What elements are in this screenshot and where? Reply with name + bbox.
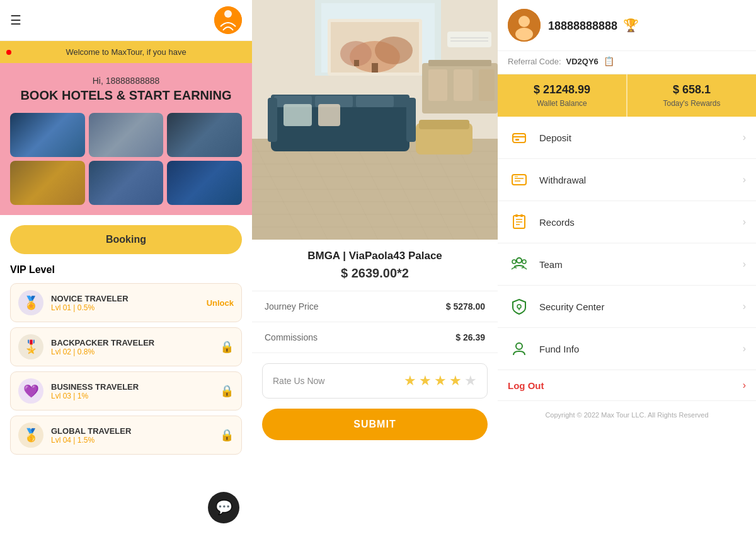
vip-item-novice[interactable]: 🏅 NOVICE TRAVELER Lvl 01 | 0.5% Unlock [10, 283, 242, 322]
hotel-thumb-6[interactable] [167, 161, 242, 205]
balance-row: $ 21248.99 Wallet Balance $ 658.1 Today'… [498, 74, 756, 117]
vip-level-business: Lvl 03 | 1% [51, 392, 220, 400]
hotel-thumb-5[interactable] [89, 161, 164, 205]
svg-point-52 [518, 16, 530, 27]
svg-rect-45 [428, 69, 447, 101]
submit-button[interactable]: SUBMIT [262, 409, 488, 440]
svg-rect-48 [447, 32, 491, 47]
rate-section: Rate Us Now ★ ★ ★ ★ ★ [262, 363, 488, 399]
menu-item-deposit[interactable]: Deposit › [498, 117, 756, 159]
svg-point-53 [515, 28, 533, 40]
avatar [508, 9, 541, 42]
security-icon [508, 295, 530, 318]
hotel-thumb-1[interactable] [10, 113, 85, 157]
hamburger-icon[interactable]: ☰ [10, 13, 21, 28]
star-2[interactable]: ★ [419, 373, 432, 389]
vip-info-global: GLOBAL TRAVELER Lvl 04 | 1.5% [51, 426, 220, 445]
menu-item-records[interactable]: Records › [498, 201, 756, 243]
wallet-balance-amount: $ 21248.99 [508, 83, 616, 96]
team-icon [508, 253, 530, 276]
svg-point-67 [512, 260, 516, 264]
star-3[interactable]: ★ [434, 373, 447, 389]
star-4[interactable]: ★ [449, 373, 462, 389]
panel-right: 18888888888 🏆 Referral Code: VD2QY6 📋 $ … [498, 0, 756, 536]
svg-rect-36 [356, 96, 394, 107]
right-header: 18888888888 🏆 [498, 0, 756, 51]
left-header: ☰ [0, 0, 252, 41]
records-icon [508, 211, 530, 233]
records-label: Records [539, 217, 743, 228]
vip-name-backpacker: BACKPACKER TRAVELER [51, 338, 220, 347]
star-rating[interactable]: ★ ★ ★ ★ ★ [404, 373, 477, 389]
svg-rect-44 [428, 60, 491, 66]
security-label: Security Center [539, 301, 743, 312]
copy-icon[interactable]: 📋 [604, 56, 614, 66]
vip-lock-global: 🔒 [220, 428, 234, 442]
referral-code: VD2QY6 [566, 57, 598, 66]
vip-level-backpacker: Lvl 02 | 0.8% [51, 347, 220, 356]
logout-item[interactable]: Log Out › [498, 370, 756, 400]
username-section: 18888888888 🏆 [548, 18, 639, 33]
menu-item-withdrawal[interactable]: Withdrawal › [498, 159, 756, 201]
vip-item-global[interactable]: 🥇 GLOBAL TRAVELER Lvl 04 | 1.5% 🔒 [10, 416, 242, 455]
booking-button[interactable]: Booking [10, 225, 242, 254]
vip-name-business: BUSINESS TRAVELER [51, 382, 220, 392]
hotel-thumb-4[interactable] [10, 161, 85, 205]
svg-rect-56 [512, 175, 526, 185]
vip-info-backpacker: BACKPACKER TRAVELER Lvl 02 | 0.8% [51, 338, 220, 356]
vip-level-novice: Lvl 01 | 0.5% [51, 303, 207, 312]
journey-price-value: $ 5278.00 [446, 301, 485, 312]
svg-point-69 [517, 305, 521, 308]
journey-price-row: Journey Price $ 5278.00 [252, 291, 498, 322]
chat-icon: 💬 [215, 499, 232, 516]
vip-icon-backpacker: 🎖️ [18, 334, 43, 359]
vip-badge-icon: 🏆 [623, 18, 639, 32]
hotel-grid [10, 113, 242, 205]
svg-rect-39 [284, 104, 312, 126]
svg-rect-55 [515, 139, 519, 141]
svg-rect-42 [419, 120, 469, 129]
fund-icon [508, 337, 530, 360]
hotel-thumb-3[interactable] [167, 113, 242, 157]
menu-item-fund[interactable]: Fund Info › [498, 328, 756, 370]
vip-icon-global: 🥇 [18, 422, 43, 448]
notification-dot [6, 50, 11, 55]
hotel-thumb-2[interactable] [89, 113, 164, 157]
menu-item-security[interactable]: Security Center › [498, 286, 756, 328]
star-5[interactable]: ★ [464, 373, 477, 389]
vip-level-global: Lvl 04 | 1.5% [51, 436, 220, 445]
notification-text: Welcome to MaxTour, if you have [66, 47, 186, 57]
hi-text: Hi, 18888888888 [10, 76, 242, 86]
svg-rect-40 [318, 104, 340, 126]
panel-left: ☰ Welcome to MaxTour, if you have Hi, 18… [0, 0, 252, 536]
vip-lock-business: 🔒 [220, 384, 234, 398]
commissions-row: Commissions $ 26.39 [252, 322, 498, 353]
fund-arrow: › [743, 343, 746, 354]
vip-info-novice: NOVICE TRAVELER Lvl 01 | 0.5% [51, 294, 207, 312]
star-1[interactable]: ★ [404, 373, 416, 389]
commissions-value: $ 26.39 [455, 332, 485, 342]
welcome-section: Hi, 18888888888 BOOK HOTELS & START EARN… [0, 63, 252, 215]
vip-unlock-novice: Unlock [207, 298, 234, 308]
logout-text: Log Out [508, 380, 743, 391]
vip-name-global: GLOBAL TRAVELER [51, 426, 220, 436]
user-info: 18888888888 🏆 [508, 9, 639, 42]
withdrawal-label: Withdrawal [539, 175, 743, 185]
vip-item-backpacker[interactable]: 🎖️ BACKPACKER TRAVELER Lvl 02 | 0.8% 🔒 [10, 327, 242, 366]
svg-point-1 [224, 10, 232, 18]
vip-section: VIP Level 🏅 NOVICE TRAVELER Lvl 01 | 0.5… [0, 264, 252, 470]
rewards-label: Today's Rewards [638, 99, 746, 108]
book-text: BOOK HOTELS & START EARNING [10, 88, 242, 103]
hotel-price: $ 2639.00*2 [262, 266, 488, 281]
withdrawal-icon [508, 168, 530, 191]
team-arrow: › [743, 259, 746, 270]
vip-item-business[interactable]: 💜 BUSINESS TRAVELER Lvl 03 | 1% 🔒 [10, 371, 242, 411]
rewards-section: $ 658.1 Today's Rewards [627, 74, 756, 117]
svg-point-29 [375, 37, 413, 64]
chat-bubble-button[interactable]: 💬 [208, 492, 239, 523]
hotel-detail-name: BMGA | ViaPaola43 Palace [262, 250, 488, 262]
svg-rect-54 [513, 134, 525, 143]
username: 18888888888 [548, 20, 617, 32]
menu-item-team[interactable]: Team › [498, 243, 756, 286]
svg-rect-47 [479, 69, 495, 101]
